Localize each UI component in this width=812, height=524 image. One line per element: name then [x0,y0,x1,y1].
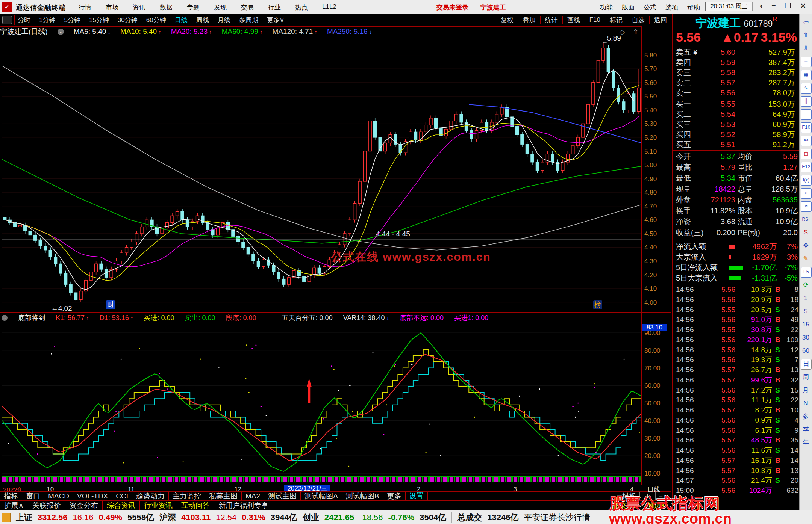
info-tab[interactable]: 新用户福利专享 [214,501,273,510]
menu-item[interactable]: 数据 [160,3,173,12]
period-tab[interactable]: 月线 [218,16,230,24]
buy-level-row[interactable]: 买三5.5360.9万 [673,119,800,129]
indicator-tab[interactable]: 指标 [0,492,22,500]
sell-level-row[interactable]: 卖三5.58283.2万 [673,68,800,77]
period-1[interactable]: 1 [801,293,811,303]
toolbar-action[interactable]: 统计 [540,16,562,24]
indicator-tab[interactable]: 私募主图 [205,492,242,500]
buy-level-row[interactable]: 买五5.5191.2万 [673,140,800,149]
kline-icon[interactable]: ╫ [801,96,812,107]
period-year[interactable]: 年 [801,438,811,448]
layout-icon[interactable] [2,16,12,24]
buy-level-row[interactable]: 买四5.5258.9万 [673,130,800,139]
toolbar-action[interactable]: 画线 [562,16,585,24]
sell-level-row[interactable]: 卖四5.59387.4万 [673,57,800,67]
indicator-tab[interactable]: 测试主图 [264,492,301,500]
menu-item[interactable]: 帮助 [687,3,700,12]
menu-item[interactable]: 资讯 [133,3,145,12]
period-tab[interactable]: 周线 [196,16,209,24]
period-tab[interactable]: 60分钟 [146,16,166,24]
period-quarter[interactable]: 季 [801,425,811,435]
indicator-tab[interactable]: VOL-TDX [73,492,112,500]
chart-tool-icon[interactable]: ◇ [620,28,625,36]
index-name[interactable]: 创业 [303,512,319,523]
info-tab[interactable]: 互动问答 [177,501,214,510]
menu-item[interactable]: L1L2 [322,3,336,12]
status-icon[interactable] [2,513,11,522]
indicator-tab[interactable]: MA2 [242,492,264,500]
sell-level-row[interactable]: 卖二5.57287.7万 [673,78,800,88]
indicator-tab[interactable]: 设置 [406,492,428,500]
quote-list-icon[interactable]: ≣ [801,57,812,67]
indicator-chart[interactable] [0,323,642,485]
formula-icon[interactable]: f(x) [801,175,812,186]
menu-item[interactable]: 行业 [268,3,281,12]
period-tab[interactable]: 分时 [18,16,30,24]
chart-tool-icon[interactable]: ⇧ [633,28,639,36]
menu-item[interactable]: 专题 [187,3,200,12]
info-tab[interactable]: 关联报价 [28,501,65,510]
pencil-icon[interactable]: ✎ [801,254,811,264]
main-kline-chart[interactable]: 4.44 - 4.455.89←4.02 [0,26,642,313]
indicator-tab[interactable]: 主力监控 [169,492,205,500]
period-month[interactable]: 月 [801,385,811,395]
sell-level-row[interactable]: 卖五¥5.60527.9万 [673,47,800,57]
period-tab[interactable]: 更多∨ [267,16,284,24]
collapse-icon[interactable]: ⌄ [2,315,8,321]
current-stock-label[interactable]: 宁波建工 [480,3,506,12]
grid-icon[interactable]: ▦ [801,70,812,80]
toolbar-action[interactable]: 自选 [627,16,649,24]
period-tab[interactable]: 5分钟 [64,16,80,24]
restore-button[interactable]: ❐ [785,2,791,10]
info-tab[interactable]: 资金分布 [65,501,103,510]
indicator-tab[interactable]: 测试幅图A [301,492,342,500]
page-down-icon[interactable]: ⇩ [801,44,811,53]
period-60[interactable]: 60 [801,346,811,356]
menu-item[interactable]: 公式 [644,3,656,12]
toolbar-action[interactable]: 复权 [496,16,518,24]
period-tab[interactable]: 多周期 [239,16,258,24]
sell-level-row[interactable]: 卖一5.5678.0万 [673,88,800,98]
index-name[interactable]: 沪深 [159,512,176,523]
period-week[interactable]: 周 [801,372,811,382]
rsi-icon[interactable]: RSI [801,214,811,224]
indicator-tab[interactable]: 窗口 [22,492,44,500]
relation-icon[interactable]: ⚯ [801,136,812,146]
period-tab[interactable]: 15分钟 [89,16,109,24]
menu-item[interactable]: 交易 [241,3,254,12]
buy-level-row[interactable]: 买一5.55153.0万 [673,99,800,109]
period-30[interactable]: 30 [801,333,811,343]
circle-icon[interactable]: ○ [801,188,812,199]
f10-icon[interactable]: F10 [801,122,812,133]
collapse-icon[interactable]: ⌄ [58,29,64,35]
indicator-tab[interactable]: 趋势动力 [132,492,169,500]
trend-icon[interactable]: ∿ [801,83,812,94]
indicator-tab[interactable]: 更多 [383,492,406,500]
info-badge-cai[interactable]: 财 [106,300,115,309]
page-up-icon[interactable]: ⇧ [801,30,811,40]
period-multi[interactable]: 多 [801,412,811,421]
back-icon[interactable]: ⇦ [801,17,811,27]
menu-item[interactable]: 选项 [665,3,678,12]
refresh-icon[interactable]: ⟳ [801,280,811,290]
toolbar-action[interactable]: F10 [585,16,605,24]
money-icon[interactable]: S [801,228,811,237]
indicator-tab[interactable]: 测试幅图B [342,492,383,500]
indicator-tab[interactable]: MACD [44,492,73,500]
back-button[interactable]: ‹ [760,2,762,10]
period-tab[interactable]: 1分钟 [39,16,55,24]
info-tab[interactable]: 综合资讯 [103,501,140,510]
menu-item[interactable]: 功能 [600,3,613,12]
index-name[interactable]: 上证 [16,512,32,523]
menu-item[interactable]: 版面 [622,3,635,12]
toolbar-action[interactable]: 叠加 [518,16,540,24]
period-tab[interactable]: 30分钟 [118,16,138,24]
news-icon[interactable]: ≡ [801,109,812,120]
info-tab[interactable]: 行业资讯 [140,501,177,510]
info-tab[interactable]: 扩展∧ [0,501,28,510]
f12-icon[interactable]: F12 [801,162,812,172]
period-5[interactable]: 5 [801,307,811,316]
wave-icon[interactable]: ≈ [801,201,812,212]
login-status[interactable]: 交易未登录 [436,3,468,12]
menu-item[interactable]: 发现 [214,3,227,12]
